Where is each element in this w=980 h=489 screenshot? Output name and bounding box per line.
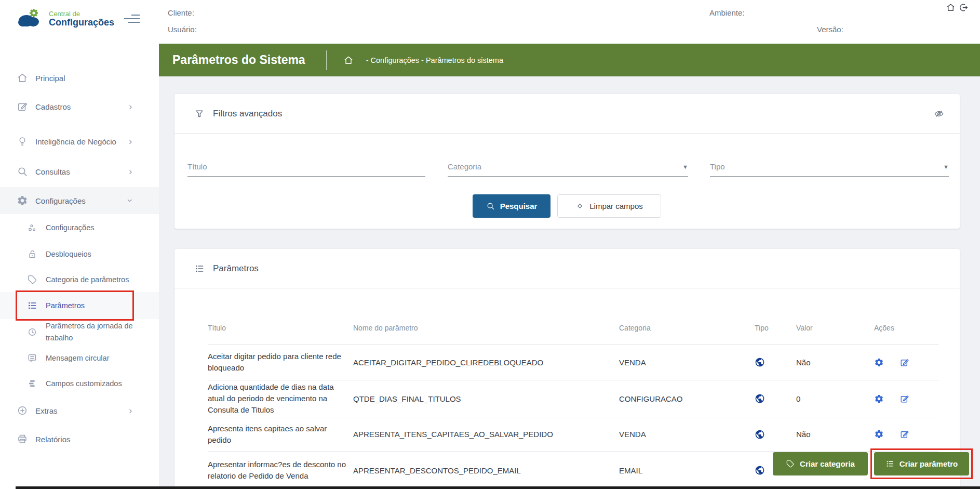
globe-icon [755, 429, 765, 440]
sidebar-item-inteligencia-de-negocio[interactable]: Inteligência de Negócio › [0, 126, 159, 157]
row-settings-icon[interactable] [874, 358, 884, 367]
horizontal-scrollbar[interactable] [16, 486, 980, 489]
sidebar-subitem-campos-customizados[interactable]: Campos customizados [0, 371, 159, 397]
chevron-right-icon: › [129, 405, 132, 416]
criar-parametro-button[interactable]: Criar parâmetro [874, 452, 969, 475]
filter-funnel-icon [194, 109, 205, 119]
criar-categoria-button[interactable]: Criar categoria [773, 452, 868, 475]
menu-toggle-icon[interactable] [123, 14, 140, 25]
pesquisar-button[interactable]: Pesquisar [473, 194, 551, 218]
versao-label: Versão: [817, 25, 843, 34]
row-settings-icon[interactable] [874, 394, 884, 404]
sidebar-item-principal[interactable]: Principal [0, 65, 159, 91]
table-row: Apresenta itens capitaes ao salvar pedid… [208, 417, 939, 452]
dropdown-arrow-icon: ▼ [682, 164, 688, 170]
cloud-logo-icon [16, 7, 43, 29]
tipo-select[interactable]: Tipo ▼ [710, 159, 949, 177]
cell-titulo: Apresenta itens capitaes ao salvar pedid… [208, 423, 353, 446]
sidebar: Principal Cadastros › Inteligência de Ne… [0, 44, 159, 489]
sidebar-subitem-parametros[interactable]: Parâmetros [0, 292, 159, 319]
sidebar-item-label: Consultas [35, 166, 126, 178]
message-icon [27, 353, 37, 363]
sidebar-item-cadastros[interactable]: Cadastros › [0, 94, 159, 120]
tag-icon [786, 459, 795, 468]
filters-title: Filtros avançados [213, 109, 282, 119]
tipo-field[interactable]: Tipo ▼ [710, 159, 949, 177]
sidebar-item-label: Cadastros [35, 101, 126, 113]
sidebar-subitem-parametros-da-jornada[interactable]: Parâmetros da jornada de trabalho [0, 316, 159, 348]
sidebar-item-label: Mensagem circular [46, 352, 137, 364]
cell-nome: QTDE_DIAS_FINAL_TITULOS [353, 394, 619, 403]
header-divider [326, 50, 327, 70]
edit-icon [17, 101, 28, 112]
row-settings-icon[interactable] [874, 429, 884, 439]
parameters-title: Parâmetros [213, 263, 259, 274]
cell-titulo: Aceitar digitar pedido para cliente rede… [208, 351, 353, 374]
printer-icon [17, 433, 28, 445]
cell-categoria: VENDA [619, 358, 755, 367]
cell-categoria: EMAIL [619, 466, 755, 475]
search-icon [486, 202, 495, 210]
row-edit-icon[interactable] [900, 429, 909, 439]
logo-line2: Configurações [49, 18, 114, 28]
logout-icon[interactable] [959, 3, 969, 12]
cell-valor: Não [796, 430, 874, 439]
limpar-campos-button[interactable]: Limpar campos [557, 194, 661, 218]
list-icon [194, 263, 205, 274]
sidebar-subitem-configuracoes[interactable]: Configurações [0, 215, 159, 241]
cell-titulo: Adiciona quantidade de dias na data atua… [208, 381, 353, 416]
sidebar-item-label: Desbloqueios [46, 248, 137, 260]
sidebar-item-label: Categoria de parâmetros [46, 274, 137, 286]
sidebar-subitem-desbloqueios[interactable]: Desbloqueios [0, 241, 159, 267]
clock-icon [27, 327, 37, 337]
col-nome: Nome do parâmetro [353, 324, 619, 332]
col-tipo: Tipo [755, 324, 796, 332]
col-valor: Valor [796, 324, 874, 332]
gear-icon [17, 195, 28, 206]
col-titulo: Título [208, 324, 353, 332]
sidebar-subitem-categoria-de-parametros[interactable]: Categoria de parâmetros [0, 264, 159, 295]
sidebar-item-label: Parâmetros [46, 300, 137, 312]
row-edit-icon[interactable] [900, 358, 909, 367]
home-icon[interactable] [946, 3, 956, 12]
row-edit-icon[interactable] [900, 394, 909, 404]
sidebar-item-relatorios[interactable]: Relatórios [0, 426, 159, 452]
sidebar-item-label: Principal [35, 72, 126, 84]
sidebar-subitem-mensagem-circular[interactable]: Mensagem circular [0, 345, 159, 371]
chevron-right-icon: › [129, 136, 132, 147]
categoria-select[interactable]: Categoria ▼ [448, 159, 688, 177]
usuario-label: Usuário: [168, 25, 197, 34]
dropdown-arrow-icon: ▼ [943, 164, 949, 170]
limpar-button-label: Limpar campos [589, 202, 643, 210]
app-logo[interactable]: Central de Configurações [16, 5, 119, 38]
sidebar-item-consultas[interactable]: Consultas › [0, 158, 159, 184]
home-icon [17, 72, 28, 84]
list-icon [885, 459, 894, 468]
cell-categoria: CONFIGURACAO [619, 394, 755, 403]
chevron-down-icon: › [125, 199, 136, 202]
topbar: Central de Configurações Cliente: Usuári… [0, 0, 980, 44]
cell-titulo: Apresentar informac?es de desconto no re… [208, 459, 353, 482]
search-icon [17, 166, 28, 177]
chevron-right-icon: › [129, 166, 132, 177]
sidebar-item-label: Extras [35, 405, 126, 417]
hide-filters-icon[interactable] [934, 109, 944, 119]
table-row: Aceitar digitar pedido para cliente rede… [208, 345, 939, 380]
page-title: Parâmetros do Sistema [159, 53, 326, 67]
list-icon [27, 300, 37, 311]
cell-categoria: VENDA [619, 430, 755, 439]
table-row: Adiciona quantidade de dias na data atua… [208, 380, 939, 417]
categoria-field[interactable]: Categoria ▼ [448, 159, 688, 177]
titulo-input[interactable] [187, 159, 425, 177]
breadcrumb-home-icon[interactable] [343, 55, 354, 65]
logo-line1: Central de [49, 10, 114, 18]
bars-icon [27, 378, 37, 389]
unlock-icon [27, 249, 37, 259]
titulo-field[interactable] [187, 159, 425, 177]
criar-parametro-label: Criar parâmetro [900, 459, 958, 468]
cell-valor: 0 [796, 394, 874, 403]
sidebar-item-extras[interactable]: Extras › [0, 398, 159, 424]
pesquisar-button-label: Pesquisar [500, 202, 538, 210]
sidebar-item-configuracoes[interactable]: Configurações › [0, 187, 159, 214]
sidebar-item-label: Inteligência de Negócio [35, 136, 126, 148]
